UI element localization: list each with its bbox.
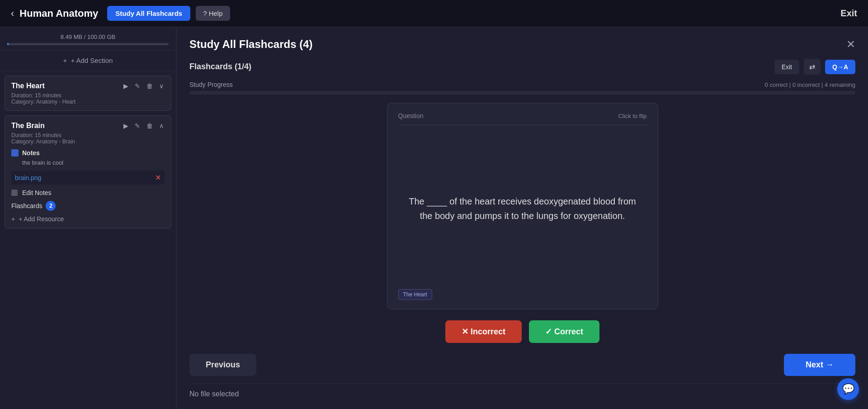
notes-icon xyxy=(11,149,19,157)
collapse-button-brain[interactable]: ∧ xyxy=(158,121,165,130)
progress-bar-background xyxy=(189,91,855,95)
play-button-brain[interactable]: ▶ xyxy=(123,121,129,130)
storage-text: 8.49 MB / 100.00 GB xyxy=(7,33,169,40)
flashcards-label: Flashcards xyxy=(11,202,42,209)
nav-buttons: Previous Next → xyxy=(189,354,855,376)
shuffle-button[interactable]: ⇄ xyxy=(804,59,821,75)
next-button[interactable]: Next → xyxy=(784,354,855,376)
section-category-brain: Category: Anatomy - Brain xyxy=(11,138,165,145)
notes-label: Notes xyxy=(11,149,165,157)
storage-bar-fill xyxy=(7,43,9,45)
add-section-label: + Add Section xyxy=(71,57,113,64)
modal-title-row: Study All Flashcards (4) ✕ xyxy=(189,38,855,51)
flashcards-row[interactable]: Flashcards 2 xyxy=(11,196,165,211)
edit-notes-label: Edit Notes xyxy=(22,189,52,196)
back-button[interactable]: ‹ xyxy=(11,8,14,19)
progress-label: Study Progress xyxy=(189,81,233,88)
file-remove-button[interactable]: ✕ xyxy=(155,173,161,182)
answer-buttons: ✕ Incorrect ✓ Correct xyxy=(189,320,855,343)
section-card-brain: The Brain ▶ ✎ 🗑 ∧ Duration: 15 minutes C… xyxy=(5,115,171,228)
section-header-brain: The Brain ▶ ✎ 🗑 ∧ xyxy=(11,121,165,130)
exit-top-button[interactable]: Exit xyxy=(840,8,857,19)
modal-title: Study All Flashcards (4) xyxy=(189,38,313,51)
section-icons-brain: ▶ ✎ 🗑 ∧ xyxy=(123,121,165,130)
section-header-heart: The Heart ▶ ✎ 🗑 ∨ xyxy=(11,81,165,90)
correct-button[interactable]: ✓ Correct xyxy=(529,320,599,343)
top-header: ‹ Human Anatomy Study All Flashcards ? H… xyxy=(0,0,868,27)
section-icons-heart: ▶ ✎ 🗑 ∨ xyxy=(123,81,165,90)
add-resource-label: + Add Resource xyxy=(19,215,64,223)
sidebar: 8.49 MB / 100.00 GB + + Add Section The … xyxy=(0,27,176,409)
flashcard-type-label: Question xyxy=(398,112,424,119)
section-card-heart: The Heart ▶ ✎ 🗑 ∨ Duration: 15 minutes C… xyxy=(5,76,171,111)
flashcard[interactable]: Question Click to flip The ____ of the h… xyxy=(387,103,658,309)
incorrect-button[interactable]: ✕ Incorrect xyxy=(445,320,522,343)
notes-label-text: Notes xyxy=(22,149,40,157)
section-title-heart: The Heart xyxy=(11,82,45,90)
progress-stats: 0 correct | 0 incorrect | 4 remaining xyxy=(765,81,855,88)
flashcard-tag: The Heart xyxy=(398,289,432,300)
delete-button-brain[interactable]: 🗑 xyxy=(146,121,154,130)
flashcard-subtitle: Flashcards (1/4) xyxy=(189,62,251,71)
section-category-heart: Category: Anatomy - Heart xyxy=(11,99,165,105)
add-resource-button[interactable]: + + Add Resource xyxy=(11,211,165,223)
main-content: 8.49 MB / 100.00 GB + + Add Section The … xyxy=(0,27,868,409)
section-duration-heart: Duration: 15 minutes xyxy=(11,92,165,99)
help-button[interactable]: ? Help xyxy=(196,6,230,21)
section-title-brain: The Brain xyxy=(11,122,45,130)
notes-content: the brain is cool xyxy=(22,159,165,166)
modal-overlay: Study All Flashcards (4) ✕ Flashcards (1… xyxy=(176,27,868,409)
flashcard-flip-hint: Click to flip xyxy=(618,113,647,119)
qa-mode-button[interactable]: Q→A xyxy=(825,60,855,74)
study-all-flashcards-button[interactable]: Study All Flashcards xyxy=(107,6,190,21)
file-item: brain.png ✕ xyxy=(11,171,165,185)
exit-flashcard-button[interactable]: Exit xyxy=(774,60,799,74)
progress-label-row: Study Progress 0 correct | 0 incorrect |… xyxy=(189,81,855,88)
flashcards-badge: 2 xyxy=(46,201,56,211)
plus-icon-resource: + xyxy=(11,215,15,223)
expand-button-heart[interactable]: ∨ xyxy=(158,81,165,90)
app-title: Human Anatomy xyxy=(19,8,98,19)
plus-icon: + xyxy=(63,57,67,64)
file-name: brain.png xyxy=(15,174,41,181)
flashcard-question: The ____ of the heart receives deoxygena… xyxy=(398,134,647,283)
edit-button-brain[interactable]: ✎ xyxy=(134,121,141,130)
add-section-button[interactable]: + + Add Section xyxy=(0,50,176,71)
storage-bar-background xyxy=(7,43,169,45)
edit-button-heart[interactable]: ✎ xyxy=(134,81,141,90)
play-button-heart[interactable]: ▶ xyxy=(123,81,129,90)
edit-notes-icon xyxy=(11,190,18,196)
progress-section: Study Progress 0 correct | 0 incorrect |… xyxy=(189,81,855,95)
notes-area: Notes the brain is cool xyxy=(11,149,165,166)
no-file-text: No file selected xyxy=(189,383,855,398)
chat-bubble-button[interactable]: 💬 xyxy=(837,378,859,400)
chat-icon: 💬 xyxy=(842,383,854,395)
edit-notes-button[interactable]: Edit Notes xyxy=(11,185,165,196)
flashcard-controls: Exit ⇄ Q→A xyxy=(774,59,855,75)
flashcard-subtitle-row: Flashcards (1/4) Exit ⇄ Q→A xyxy=(189,59,855,75)
flashcard-area: Question Click to flip The ____ of the h… xyxy=(189,103,855,309)
flashcard-top: Question Click to flip xyxy=(398,112,647,125)
modal-close-button[interactable]: ✕ xyxy=(846,38,855,51)
section-duration-brain: Duration: 15 minutes xyxy=(11,132,165,138)
previous-button[interactable]: Previous xyxy=(189,354,256,376)
delete-button-heart[interactable]: 🗑 xyxy=(146,81,154,90)
storage-area: 8.49 MB / 100.00 GB xyxy=(0,27,176,50)
modal-panel: Study All Flashcards (4) ✕ Flashcards (1… xyxy=(176,27,868,409)
